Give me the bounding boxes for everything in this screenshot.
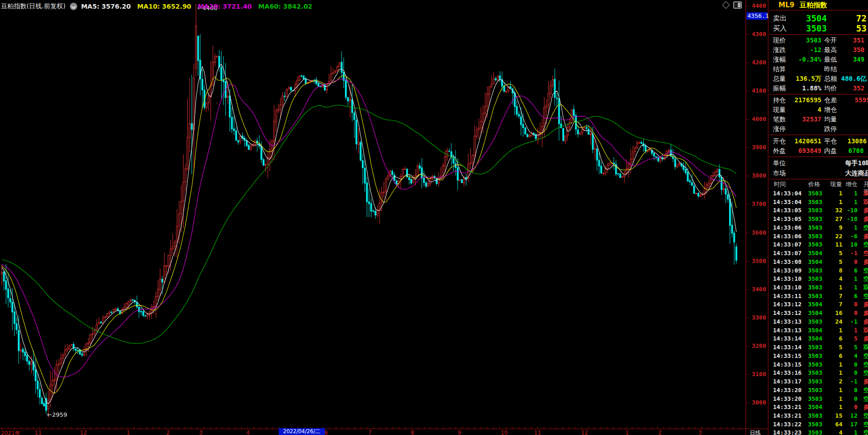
quote-panel: ML9 豆粕指数 卖出 3504 72 买入 3503 53 现价3503今开3… [769, 0, 868, 435]
tick-row: 14:33:10350311双 [769, 283, 868, 292]
price-tick [746, 403, 749, 403]
ma10-label: MA10: 3652.90 [137, 3, 191, 10]
price-tick [746, 289, 749, 290]
month-label: 9 [458, 430, 461, 435]
divider [769, 179, 868, 179]
tick-row: 14:33:05350327-18多 [769, 215, 868, 223]
instrument-code: ML9 [778, 1, 794, 9]
tick-row: 14:33:10350341空 [769, 275, 868, 283]
price-label: 3300 [752, 314, 766, 321]
month-label: 2021年 [1, 430, 21, 435]
candlestick-chart[interactable] [0, 0, 746, 435]
col-price: 价格 [808, 180, 820, 188]
month-label: 12 [581, 430, 588, 435]
price-tick [746, 346, 749, 346]
instrument-title[interactable]: ML9 豆粕指数 [769, 0, 868, 10]
tick-row: 14:33:23350341空 [769, 429, 868, 435]
ma20-line [2, 79, 736, 377]
tick-row: 14:33:06350391空 [769, 224, 868, 232]
price-label: 3100 [752, 371, 766, 377]
quote-row: 市场大连商品交易所 [769, 168, 868, 178]
period-label: 日线 [750, 429, 761, 435]
instrument-name: 豆粕指数 [799, 1, 827, 9]
price-label: 3000 [752, 399, 766, 406]
ma5-label: MA5: 3576.20 [81, 3, 131, 10]
ask-label: 卖出 [773, 13, 787, 23]
price-label: 3600 [752, 229, 766, 236]
price-label: 3400 [752, 286, 766, 293]
trading-terminal: 豆粕指数(日线.前复权) MA5: 3576.20 MA10: 3652.90 … [0, 0, 868, 435]
month-label: 3 [199, 430, 203, 435]
tick-row: 14:33:21350410多 [769, 403, 868, 411]
diamond-icon[interactable] [722, 1, 730, 9]
ma60-line [2, 105, 736, 343]
tick-row: 14:33:15350364空 [769, 352, 868, 360]
tick-row: 14:33:15350310空 [769, 361, 868, 369]
cursor-price-label: 4356.1 [746, 12, 767, 20]
price-label: 3500 [752, 257, 766, 264]
tick-row: 14:33:14350465多 [769, 335, 868, 343]
tick-row: 14:33:04350311双 [769, 198, 868, 206]
tick-row: 14:33:09350386空 [769, 267, 868, 275]
quote-row: 现价3503今开351 [769, 36, 868, 45]
price-label: 4200 [752, 59, 766, 66]
price-tick [746, 261, 749, 262]
ma10-line [2, 75, 736, 393]
price-axis: 4400430042004100400039003800370036003500… [746, 0, 768, 435]
quote-row: 开仓1420651平仓13086 [769, 136, 868, 146]
month-label: 3 [699, 430, 702, 435]
quote-row: 涨停跌停 [769, 124, 868, 134]
price-tick [746, 119, 749, 120]
price-label: 4000 [752, 115, 766, 122]
month-label: 10 [501, 430, 508, 435]
tick-row: 14:33:0735031110空 [769, 241, 868, 249]
quote-row: 总量136.5万总额480.6亿 [769, 74, 868, 84]
col-oichange: 增仓 [846, 180, 857, 188]
tick-row: 14:33:06350322-6多 [769, 232, 868, 241]
bid-volume: 53 [856, 23, 867, 33]
tick-row: 14:33:13350324-1多 [769, 318, 868, 326]
tick-row: 14:33:20350310空 [769, 386, 868, 394]
tick-table-header: 时间 价格 现量 增仓 开平 [769, 180, 868, 188]
chevron-down-icon[interactable] [70, 3, 77, 10]
bid-price: 3503 [788, 23, 827, 33]
tick-row: 14:33:2135031512空 [769, 412, 868, 420]
quote-row: 外盘693849内盘6708 [769, 146, 868, 156]
month-label: 11 [534, 430, 541, 435]
tick-row: 14:33:2235036417空 [769, 420, 868, 429]
tick-row: 14:33:20350310空 [769, 395, 868, 403]
month-label: 1 [127, 430, 130, 435]
kline-chart-pane[interactable]: 豆粕指数(日线.前复权) MA5: 3576.20 MA10: 3652.90 … [0, 0, 746, 435]
bid-label: 买入 [773, 23, 787, 33]
month-label: 6 [324, 430, 328, 435]
price-label: 3900 [752, 144, 766, 151]
price-tick [746, 91, 749, 91]
price-tick [746, 204, 749, 204]
bid-row: 买入 3503 53 [769, 23, 868, 33]
tick-row: 14:33:13350411双 [769, 326, 868, 335]
chart-header: 豆粕指数(日线.前复权) MA5: 3576.20 MA10: 3652.90 … [1, 2, 319, 11]
ask-volume: 72 [856, 13, 867, 23]
tick-row: 14:33:05350332-10多 [769, 206, 868, 215]
col-time: 时间 [774, 180, 786, 188]
price-label: 3700 [752, 200, 766, 207]
pane-icons [723, 1, 742, 9]
price-tick [746, 318, 749, 318]
quote-row: 涨跌-12最高350 [769, 45, 868, 55]
tick-row: 14:33:1735032-1多 [769, 377, 868, 386]
cursor-date-label: 2022/04/26/二 [279, 428, 325, 435]
divider [769, 34, 868, 35]
price-tick [746, 233, 749, 233]
quote-row: 笔数32537均量 [769, 115, 868, 124]
tick-row: 14:33:0735045-1空 [769, 249, 868, 257]
month-label: 7 [368, 430, 372, 435]
tick-row: 14:33:12350470多 [769, 300, 868, 309]
price-tick [746, 63, 749, 63]
split-window-icon[interactable] [733, 1, 742, 9]
ma20-label: MA20: 3721.40 [198, 3, 252, 10]
tick-row: 14:33:14350355双 [769, 343, 868, 351]
quote-row: 振幅1.88%均价352 [769, 84, 868, 93]
price-label: 4400 [752, 2, 766, 9]
chart-title: 豆粕指数(日线.前复权) [1, 2, 65, 10]
divider [769, 135, 868, 135]
